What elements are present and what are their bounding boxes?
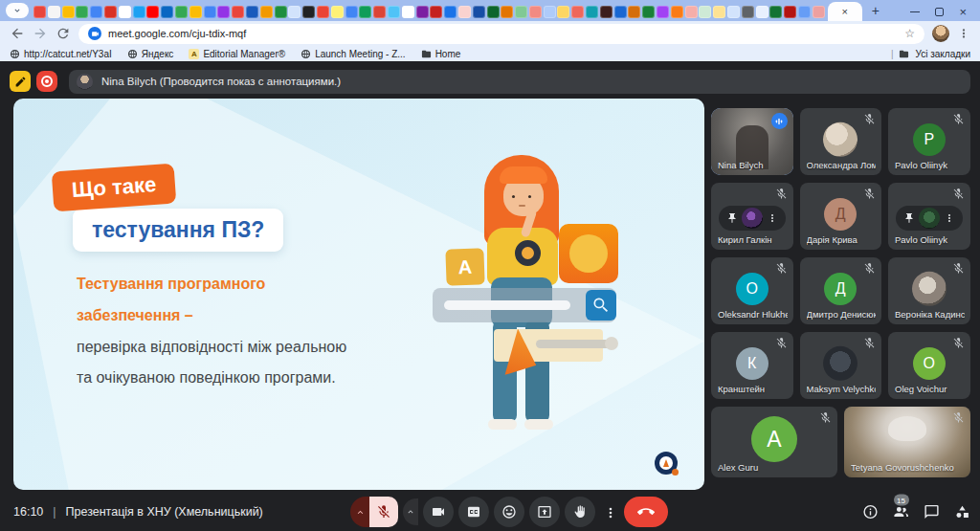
pinned-tab-favicon[interactable] — [614, 6, 627, 18]
pinned-tab-favicon[interactable] — [175, 6, 188, 18]
pinned-tab-favicon[interactable] — [430, 6, 442, 18]
maximize-icon[interactable] — [935, 8, 944, 16]
pinned-tab-favicon[interactable] — [713, 6, 725, 18]
tab-close-icon[interactable]: × — [842, 6, 848, 17]
pinned-tab-favicon[interactable] — [444, 6, 457, 18]
new-tab-button[interactable]: + — [866, 1, 885, 20]
participant-tile[interactable]: Кирил Галкін — [711, 183, 793, 250]
browser-menu-icon[interactable] — [957, 27, 970, 40]
pinned-tab-favicon[interactable] — [742, 6, 754, 18]
end-call-button[interactable] — [624, 497, 668, 527]
annotation-tool-button[interactable] — [10, 71, 31, 92]
record-button[interactable] — [36, 71, 57, 92]
pinned-tab-favicon[interactable] — [133, 6, 145, 18]
pinned-tab-favicon[interactable] — [345, 6, 358, 18]
pinned-tab-favicon[interactable] — [204, 6, 216, 18]
all-bookmarks[interactable]: | Усі закладки — [891, 49, 970, 59]
people-button[interactable]: 15 — [893, 504, 909, 520]
pinned-tab-favicon[interactable] — [657, 6, 669, 18]
url-bar[interactable]: meet.google.com/cju-tdix-mqf ☆ — [78, 24, 924, 44]
pinned-tab-favicon[interactable] — [571, 6, 584, 18]
pinned-tab-favicon[interactable] — [586, 6, 598, 18]
reactions-button[interactable] — [494, 497, 524, 527]
bookmark-item[interactable]: AEditorial Manager® — [189, 49, 285, 59]
camera-button[interactable] — [423, 497, 454, 527]
pinned-tab-favicon[interactable] — [373, 6, 386, 18]
back-icon[interactable] — [10, 26, 25, 41]
pinned-tab-favicon[interactable] — [104, 6, 117, 18]
tile-menu-icon[interactable] — [944, 212, 955, 224]
pinned-tab-favicon[interactable] — [501, 6, 513, 18]
pinned-tab-favicon[interactable] — [189, 6, 202, 18]
pinned-tab-favicon[interactable] — [473, 6, 485, 18]
reload-icon[interactable] — [56, 26, 71, 41]
pinned-tab-favicon[interactable] — [246, 6, 258, 18]
url-text[interactable]: meet.google.com/cju-tdix-mqf — [108, 28, 898, 39]
mic-options-chevron-icon[interactable] — [350, 497, 369, 527]
pinned-tab-favicon[interactable] — [33, 6, 46, 18]
pinned-tab-favicon[interactable] — [402, 6, 414, 18]
pinned-tab-favicon[interactable] — [416, 6, 429, 18]
pinned-tab-favicon[interactable] — [784, 6, 796, 18]
pinned-tab-favicon[interactable] — [685, 6, 698, 18]
raise-hand-button[interactable] — [565, 497, 595, 527]
activities-icon[interactable] — [954, 504, 970, 520]
participant-tile[interactable]: AAlex Guru — [711, 407, 837, 477]
pinned-tab-favicon[interactable] — [544, 6, 556, 18]
participant-tile[interactable]: Maksym Velychko — [800, 332, 882, 399]
participant-tile[interactable]: Tetyana Govorushchenko — [844, 407, 970, 477]
bookmark-item[interactable]: Яндекс — [127, 49, 174, 59]
pinned-tab-favicon[interactable] — [769, 6, 782, 18]
pinned-tab-favicon[interactable] — [62, 6, 75, 18]
pinned-tab-favicon[interactable] — [76, 6, 88, 18]
pinned-tab-favicon[interactable] — [260, 6, 273, 18]
pinned-tab-favicon[interactable] — [359, 6, 371, 18]
pinned-tab-favicon[interactable] — [146, 6, 159, 18]
pinned-tab-favicon[interactable] — [232, 6, 244, 18]
pinned-tab-favicon[interactable] — [119, 6, 131, 18]
presentation-stage[interactable]: Що таке тестування ПЗ? Тестування програ… — [13, 99, 704, 490]
participant-tile[interactable]: Вероніка Кадинс... — [888, 257, 970, 324]
pinned-tab-favicon[interactable] — [217, 6, 230, 18]
participant-tile[interactable]: Nina Bilych — [711, 108, 793, 175]
all-bookmarks-label[interactable]: Усі закладки — [915, 49, 970, 59]
mic-button-group[interactable] — [350, 497, 398, 527]
participant-tile[interactable]: ДДарія Крива — [800, 183, 882, 250]
pinned-tab-favicon[interactable] — [90, 6, 102, 18]
participant-tile[interactable]: OOleksandr Hlukhe... — [711, 257, 793, 324]
pinned-tab-favicon[interactable] — [161, 6, 173, 18]
pinned-tab-favicon[interactable] — [600, 6, 612, 18]
participant-tile[interactable]: OOleg Voichur — [888, 332, 970, 399]
minimize-icon[interactable] — [910, 11, 920, 13]
pinned-tab-favicon[interactable] — [288, 6, 301, 18]
close-icon[interactable]: × — [959, 8, 967, 16]
forward-icon[interactable] — [33, 26, 48, 41]
pinned-tab-favicon[interactable] — [302, 6, 315, 18]
pinned-tab-favicon[interactable] — [48, 6, 60, 18]
participant-tile[interactable]: Pavlo Oliinyk — [888, 183, 970, 250]
bookmark-item[interactable]: http://catcut.net/Y3aI — [10, 49, 112, 59]
captions-button[interactable] — [458, 497, 489, 527]
participant-tile[interactable]: ДДмитро Денисюк — [800, 257, 882, 324]
camera-options-chevron-icon[interactable] — [403, 498, 418, 525]
pinned-tab-favicon[interactable] — [727, 6, 740, 18]
participant-tile[interactable]: PPavlo Oliinyk — [888, 108, 970, 175]
pinned-tab-favicon[interactable] — [642, 6, 655, 18]
more-options-button[interactable] — [600, 497, 619, 527]
bookmark-item[interactable]: Home — [421, 49, 461, 59]
participant-tile[interactable]: ККранштейн — [711, 332, 793, 399]
pinned-tab-favicon[interactable] — [529, 6, 542, 18]
active-tab[interactable]: × — [828, 2, 862, 21]
pin-icon[interactable] — [726, 212, 738, 224]
tab-search-button[interactable] — [6, 3, 29, 18]
presenter-banner[interactable]: Nina Bilych (Проводится показ с аннотаци… — [69, 70, 970, 94]
pinned-tab-favicon[interactable] — [275, 6, 287, 18]
pinned-tab-favicon[interactable] — [458, 6, 471, 18]
pinned-tab-favicon[interactable] — [756, 6, 768, 18]
pinned-tab-favicon[interactable] — [515, 6, 527, 18]
pinned-tab-favicon[interactable] — [557, 6, 569, 18]
present-button[interactable] — [529, 497, 560, 527]
mic-off-button[interactable] — [369, 497, 398, 527]
chat-icon[interactable] — [924, 504, 940, 520]
profile-avatar[interactable] — [932, 25, 949, 42]
